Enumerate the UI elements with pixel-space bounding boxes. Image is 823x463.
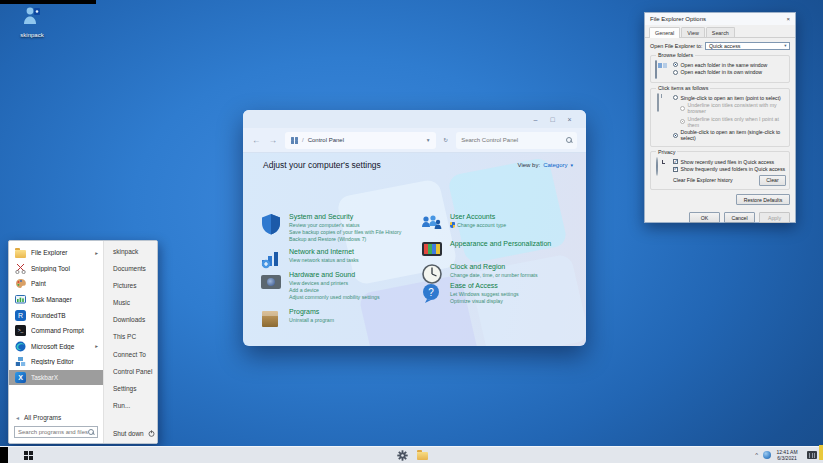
camera-icon bbox=[260, 271, 282, 293]
tab-general[interactable]: General bbox=[649, 27, 680, 38]
start-menu-item-command-prompt[interactable]: >_ Command Prompt bbox=[9, 323, 103, 339]
category-link[interactable]: Add a device bbox=[289, 287, 380, 294]
category-appearance: Appearance and Personalization bbox=[421, 240, 571, 262]
category-title[interactable]: User Accounts bbox=[450, 213, 506, 220]
radio-icon[interactable] bbox=[673, 95, 678, 100]
category-title[interactable]: Ease of Access bbox=[450, 282, 519, 289]
start-menu-item-paint[interactable]: Paint bbox=[9, 276, 103, 292]
open-to-select[interactable]: Quick access ▾ bbox=[705, 42, 790, 51]
start-menu-item-snipping-tool[interactable]: Snipping Tool bbox=[9, 261, 103, 277]
minimize-icon[interactable]: – bbox=[527, 116, 544, 123]
touch-keyboard-icon[interactable] bbox=[807, 451, 817, 459]
breadcrumb[interactable]: Control Panel bbox=[308, 137, 344, 143]
file-explorer-taskbar-icon[interactable] bbox=[417, 452, 428, 460]
radio-icon bbox=[680, 106, 685, 111]
place-connect-to[interactable]: Connect To bbox=[104, 351, 157, 368]
category-link[interactable]: Optimize visual display bbox=[450, 298, 519, 305]
category-link[interactable]: Save backup copies of your files with Fi… bbox=[289, 229, 401, 236]
group-label: Browse folders bbox=[656, 52, 695, 58]
clipped-tray-icon bbox=[819, 445, 823, 460]
place-downloads[interactable]: Downloads bbox=[104, 316, 157, 333]
group-label: Privacy bbox=[656, 149, 677, 155]
category-title[interactable]: Programs bbox=[289, 308, 334, 315]
checkbox-option[interactable]: Show frequently used folders in Quick ac… bbox=[673, 166, 786, 172]
cancel-button[interactable]: Cancel bbox=[724, 212, 755, 223]
start-menu-item-task-manager[interactable]: Task Manager bbox=[9, 292, 103, 308]
clear-button[interactable]: Clear bbox=[759, 175, 786, 186]
category-title[interactable]: Clock and Region bbox=[450, 263, 538, 270]
desktop-icon-skinpack[interactable]: skinpack bbox=[9, 5, 55, 38]
category-link[interactable]: Let Windows suggest settings bbox=[450, 291, 519, 298]
start-menu-item-file-explorer[interactable]: File Explorer ▸ bbox=[9, 245, 103, 261]
place-music[interactable]: Music bbox=[104, 299, 157, 316]
back-icon[interactable]: ← bbox=[252, 136, 261, 145]
category-link[interactable]: Review your computer's status bbox=[289, 222, 401, 229]
chevron-down-icon: ▾ bbox=[784, 43, 786, 48]
radio-option[interactable]: Open each folder in its own window bbox=[673, 69, 786, 75]
radio-selected-icon[interactable] bbox=[673, 133, 678, 138]
restore-defaults-button[interactable]: Restore Defaults bbox=[736, 194, 790, 205]
close-icon[interactable]: × bbox=[786, 16, 790, 22]
radio-selected-icon[interactable] bbox=[673, 62, 678, 67]
place-pictures[interactable]: Pictures bbox=[104, 282, 157, 299]
place-settings[interactable]: Settings bbox=[104, 385, 157, 402]
start-button[interactable] bbox=[24, 451, 33, 460]
clock-date: 6/3/2021 bbox=[769, 455, 805, 461]
category-title[interactable]: Network and Internet bbox=[289, 248, 359, 255]
tab-search[interactable]: Search bbox=[706, 27, 735, 37]
address-bar[interactable]: / Control Panel ▾ bbox=[285, 132, 436, 149]
category-link[interactable]: Backup and Restore (Windows 7) bbox=[289, 236, 401, 243]
dialog-titlebar[interactable]: File Explorer Options × bbox=[645, 13, 795, 25]
category-title[interactable]: System and Security bbox=[289, 213, 401, 220]
control-panel-body: Adjust your computer's settings View by:… bbox=[243, 153, 586, 346]
radio-icon[interactable] bbox=[673, 70, 678, 75]
chevron-down-icon[interactable]: ▾ bbox=[427, 137, 430, 143]
all-programs-button[interactable]: ◂ All Programs bbox=[9, 411, 103, 424]
category-link[interactable]: View devices and printers bbox=[289, 280, 380, 287]
ok-button[interactable]: OK bbox=[689, 212, 720, 223]
category-title[interactable]: Hardware and Sound bbox=[289, 271, 380, 278]
page-title: Adjust your computer's settings bbox=[263, 160, 381, 170]
place-user[interactable]: skinpack bbox=[104, 248, 157, 265]
radio-option[interactable]: Single-click to open an item (point to s… bbox=[673, 95, 786, 101]
category-network-internet: Network and Internet View network status… bbox=[260, 248, 410, 270]
category-title[interactable]: Appearance and Personalization bbox=[450, 240, 551, 247]
view-by-value[interactable]: Category bbox=[543, 162, 567, 168]
category-link[interactable]: Change account type bbox=[450, 222, 506, 229]
place-this-pc[interactable]: This PC bbox=[104, 333, 157, 350]
category-link[interactable]: View network status and tasks bbox=[289, 257, 359, 264]
chevron-down-icon[interactable]: ▾ bbox=[570, 162, 573, 168]
gear-icon[interactable] bbox=[397, 450, 408, 461]
shutdown-button[interactable]: Shut down bbox=[104, 430, 157, 437]
start-menu-item-taskbarx[interactable]: X TaskbarX bbox=[9, 370, 103, 386]
start-menu-item-registry-editor[interactable]: Registry Editor bbox=[9, 354, 103, 370]
checkbox-option[interactable]: Show recently used files in Quick access bbox=[673, 159, 786, 165]
place-documents[interactable]: Documents bbox=[104, 265, 157, 282]
terminal-icon: >_ bbox=[15, 325, 26, 336]
start-menu-search-input[interactable] bbox=[18, 429, 88, 435]
category-link[interactable]: Change date, time, or number formats bbox=[450, 272, 538, 279]
tab-view[interactable]: View bbox=[681, 27, 705, 37]
taskbar-clock[interactable]: 12:41 AM 6/3/2021 bbox=[769, 449, 805, 462]
maximize-icon[interactable]: □ bbox=[544, 116, 561, 123]
start-menu-search[interactable] bbox=[14, 426, 98, 438]
radio-option[interactable]: Open each folder in the same window bbox=[673, 62, 786, 68]
place-run[interactable]: Run... bbox=[104, 402, 157, 419]
checkbox-checked-icon[interactable] bbox=[673, 167, 678, 172]
control-panel-search-input[interactable] bbox=[461, 137, 566, 143]
paint-palette-icon bbox=[15, 278, 26, 289]
category-link[interactable]: Adjust commonly used mobility settings bbox=[289, 294, 380, 301]
person-icon bbox=[21, 5, 43, 27]
tray-chevron-up-icon[interactable]: ^ bbox=[755, 452, 758, 458]
close-icon[interactable]: × bbox=[561, 116, 578, 123]
radio-option[interactable]: Double-click to open an item (single-cli… bbox=[673, 129, 786, 141]
place-control-panel[interactable]: Control Panel bbox=[104, 368, 157, 385]
start-menu-item-roundedtb[interactable]: R RoundedTB bbox=[9, 307, 103, 323]
control-panel-titlebar[interactable]: – □ × bbox=[243, 110, 586, 128]
checkbox-checked-icon[interactable] bbox=[673, 159, 678, 164]
forward-icon[interactable]: → bbox=[269, 136, 278, 145]
category-link[interactable]: Uninstall a program bbox=[289, 317, 334, 324]
start-menu-item-microsoft-edge[interactable]: Microsoft Edge ▸ bbox=[9, 339, 103, 355]
refresh-icon[interactable]: ↻ bbox=[444, 137, 449, 143]
control-panel-search[interactable] bbox=[456, 132, 577, 149]
